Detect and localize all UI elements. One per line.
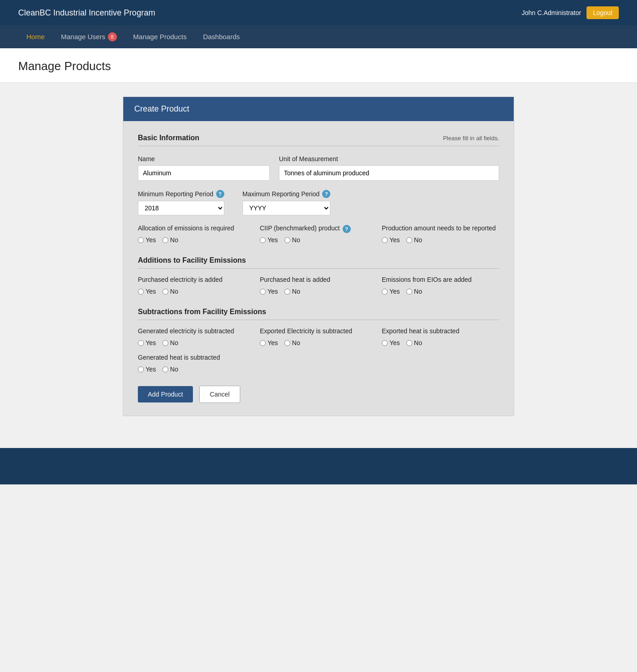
electricity-yes-label[interactable]: Yes [138,288,156,295]
eios-no-label[interactable]: No [406,288,422,295]
eios-radio-group: Emissions from EIOs are added Yes No [382,276,499,295]
electricity-radio-group: Purchased electricity is added Yes No [138,276,255,295]
production-radio-group: Production amount needs to be reported Y… [382,224,499,244]
ciip-no-radio[interactable] [284,237,290,243]
gen-electricity-radio-group: Generated electricity is subtracted Yes … [138,327,255,346]
allocation-label: Allocation of emissions is required [138,224,255,232]
exp-electricity-no-label[interactable]: No [284,339,300,346]
footer [0,448,637,484]
app-title: CleanBC Industrial Incentive Program [18,8,155,18]
eios-yes-label[interactable]: Yes [382,288,400,295]
nav-item-dashboards[interactable]: Dashboards [195,25,248,48]
main-content: Create Product Basic Information Please … [0,83,637,430]
gen-heat-no-radio[interactable] [162,367,168,372]
gen-heat-yes-radio[interactable] [138,367,144,372]
heat-yes-label[interactable]: Yes [260,288,278,295]
gen-electricity-yes-radio[interactable] [138,340,144,346]
exp-heat-options: Yes No [382,339,499,346]
min-period-select[interactable]: 2018 2019 2020 2021 2022 2023 [138,201,224,215]
max-period-select[interactable]: YYYY 2020 2021 2022 2023 [243,201,331,215]
allocation-no-radio[interactable] [162,237,168,243]
unit-form-group: Unit of Measurement [279,155,499,181]
basic-info-title: Basic Information [138,134,199,142]
nav-item-home[interactable]: Home [18,25,53,48]
gen-electricity-label: Generated electricity is subtracted [138,327,255,335]
gen-heat-radio-group: Generated heat is subtracted Yes No [138,354,499,373]
exp-electricity-no-radio[interactable] [284,340,290,346]
production-no-radio[interactable] [406,237,412,243]
electricity-yes-radio[interactable] [138,289,144,295]
button-row: Add Product Cancel [138,386,499,403]
card-body: Basic Information Please fill in all fie… [123,121,514,416]
max-period-label-row: Maximum Reporting Period ? [243,190,331,198]
unit-input[interactable] [279,165,499,181]
logout-button[interactable]: Logout [586,6,619,19]
exp-heat-no-radio[interactable] [406,340,412,346]
reporting-period-row: Minimum Reporting Period ? 2018 2019 202… [138,190,499,215]
allocation-yes-radio[interactable] [138,237,144,243]
gen-heat-no-label[interactable]: No [162,366,178,373]
electricity-no-radio[interactable] [162,289,168,295]
min-period-group: Minimum Reporting Period ? 2018 2019 202… [138,190,224,215]
add-product-button[interactable]: Add Product [138,386,193,402]
heat-radio-group: Purchased heat is added Yes No [260,276,377,295]
unit-label: Unit of Measurement [279,155,499,163]
name-unit-row: Name Unit of Measurement [138,155,499,181]
manage-users-badge: 8 [108,32,117,41]
exp-heat-no-label[interactable]: No [406,339,422,346]
max-period-help-icon[interactable]: ? [322,190,330,198]
electricity-options: Yes No [138,288,255,295]
allocation-yes-label[interactable]: Yes [138,236,156,244]
nav-label-manage-products: Manage Products [133,33,187,41]
additions-radio-grid: Purchased electricity is added Yes No [138,276,499,295]
subtractions-title: Subtractions from Facility Emissions [138,308,266,316]
basic-info-section-header: Basic Information Please fill in all fie… [138,134,499,146]
name-form-group: Name [138,155,270,181]
production-yes-radio[interactable] [382,237,388,243]
nav-label-dashboards: Dashboards [203,33,240,41]
ciip-help-icon[interactable]: ? [343,225,351,233]
gen-electricity-options: Yes No [138,339,255,346]
heat-label: Purchased heat is added [260,276,377,283]
heat-yes-radio[interactable] [260,289,266,295]
max-period-group: Maximum Reporting Period ? YYYY 2020 202… [243,190,331,215]
name-input[interactable] [138,165,270,181]
exp-heat-yes-label[interactable]: Yes [382,339,400,346]
electricity-label: Purchased electricity is added [138,276,255,283]
allocation-no-label[interactable]: No [162,236,178,244]
additions-section: Additions to Facility Emissions Purchase… [138,256,499,295]
exp-electricity-yes-label[interactable]: Yes [260,339,278,346]
cancel-button[interactable]: Cancel [199,386,240,403]
gen-electricity-yes-label[interactable]: Yes [138,339,156,346]
ciip-yes-radio[interactable] [260,237,266,243]
gen-electricity-no-label[interactable]: No [162,339,178,346]
user-area: John C.Administrator Logout [521,6,619,19]
nav-label-home: Home [26,33,45,41]
eios-yes-radio[interactable] [382,289,388,295]
heat-no-radio[interactable] [284,289,290,295]
ciip-yes-label[interactable]: Yes [260,236,278,244]
electricity-no-label[interactable]: No [162,288,178,295]
page-title-area: Manage Products [0,48,637,83]
min-period-help-icon[interactable]: ? [216,190,224,198]
allocation-radio-group: Allocation of emissions is required Yes … [138,224,255,244]
additions-title: Additions to Facility Emissions [138,256,246,264]
production-no-label[interactable]: No [406,236,422,244]
eios-no-radio[interactable] [406,289,412,295]
ciip-radio-group: CIIP (benchmarked) product ? Yes No [260,224,377,244]
exp-heat-yes-radio[interactable] [382,340,388,346]
gen-heat-yes-label[interactable]: Yes [138,366,156,373]
page-title: Manage Products [18,59,619,73]
create-product-card: Create Product Basic Information Please … [123,97,514,416]
card-header: Create Product [123,97,514,121]
max-period-label: Maximum Reporting Period [243,190,320,198]
nav-item-manage-users[interactable]: Manage Users 8 [53,25,125,48]
heat-no-label[interactable]: No [284,288,300,295]
ciip-no-label[interactable]: No [284,236,300,244]
production-yes-label[interactable]: Yes [382,236,400,244]
ciip-label: CIIP (benchmarked) product [260,224,340,232]
gen-electricity-no-radio[interactable] [162,340,168,346]
exp-electricity-yes-radio[interactable] [260,340,266,346]
nav-item-manage-products[interactable]: Manage Products [125,25,195,48]
production-options: Yes No [382,236,499,244]
